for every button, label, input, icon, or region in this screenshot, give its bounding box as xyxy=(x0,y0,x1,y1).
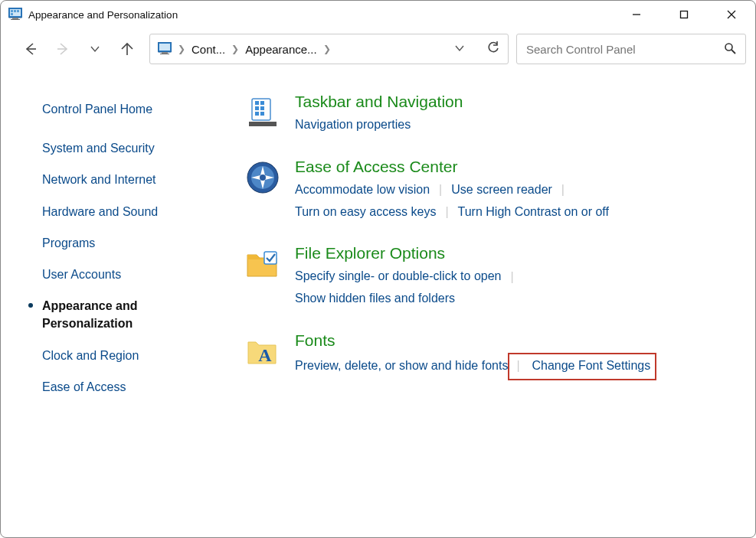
window-title: Appearance and Personalization xyxy=(28,9,613,21)
link-separator: | xyxy=(439,183,442,197)
svg-rect-6 xyxy=(17,10,19,12)
fonts-icon: A xyxy=(246,334,280,368)
link-change-font-settings[interactable]: Change Font Settings xyxy=(532,359,650,372)
sidebar-item-appearance[interactable]: Appearance and Personalization xyxy=(28,297,214,332)
recent-dropdown[interactable] xyxy=(87,41,103,57)
maximize-button[interactable] xyxy=(660,1,708,28)
sidebar-item-label: User Accounts xyxy=(42,266,121,283)
file-explorer-options-icon xyxy=(246,247,280,281)
link-high-contrast[interactable]: Turn High Contrast on or off xyxy=(458,201,609,223)
nav-buttons xyxy=(10,41,142,57)
sidebar-item-label: System and Security xyxy=(42,139,155,157)
breadcrumb-control-panel[interactable]: Cont... xyxy=(191,43,225,56)
breadcrumb-separator[interactable]: ❯ xyxy=(178,44,185,54)
link-accommodate-low-vision[interactable]: Accommodate low vision xyxy=(295,179,430,201)
breadcrumb-separator[interactable]: ❯ xyxy=(231,44,239,54)
sidebar-item-home[interactable]: Control Panel Home xyxy=(28,100,214,118)
category-file-explorer: File Explorer Options Specify single- or… xyxy=(246,244,732,310)
link-preview-fonts[interactable]: Preview, delete, or show and hide fonts xyxy=(295,355,508,377)
svg-point-19 xyxy=(725,44,732,51)
link-easy-access-keys[interactable]: Turn on easy access keys xyxy=(295,201,436,223)
sidebar-item-label: Clock and Region xyxy=(42,347,139,364)
svg-rect-5 xyxy=(14,10,16,12)
link-separator: | xyxy=(516,359,519,372)
sidebar-item-hardware[interactable]: Hardware and Sound xyxy=(28,203,214,220)
svg-rect-26 xyxy=(255,112,259,116)
link-use-screen-reader[interactable]: Use screen reader xyxy=(451,179,552,201)
svg-rect-16 xyxy=(159,44,170,51)
content-area: Control Panel Home System and Security N… xyxy=(1,70,755,537)
sidebar-item-label: Control Panel Home xyxy=(42,100,152,118)
link-separator: | xyxy=(561,183,565,197)
forward-button[interactable] xyxy=(54,41,71,57)
category-title[interactable]: File Explorer Options xyxy=(295,244,732,262)
link-click-to-open[interactable]: Specify single- or double-click to open xyxy=(295,266,501,288)
svg-rect-3 xyxy=(11,19,20,20)
link-separator: | xyxy=(445,205,448,219)
main-panel: Taskbar and Navigation Navigation proper… xyxy=(223,70,755,537)
sidebar-item-label: Programs xyxy=(42,234,95,252)
svg-text:A: A xyxy=(258,345,272,365)
category-title[interactable]: Taskbar and Navigation xyxy=(295,93,732,111)
link-separator: | xyxy=(510,270,513,284)
back-button[interactable] xyxy=(22,41,39,57)
refresh-button[interactable] xyxy=(486,41,500,57)
svg-rect-22 xyxy=(255,101,259,105)
svg-rect-7 xyxy=(11,13,13,15)
category-title[interactable]: Fonts xyxy=(295,331,732,350)
title-bar: Appearance and Personalization xyxy=(1,1,755,28)
sidebar-item-label: Ease of Access xyxy=(42,378,126,396)
svg-rect-24 xyxy=(255,106,259,110)
link-hidden-files[interactable]: Show hidden files and folders xyxy=(295,288,455,310)
breadcrumb-appearance[interactable]: Appearance... xyxy=(245,43,316,56)
window-controls xyxy=(613,1,755,28)
category-ease-of-access: Ease of Access Center Accommodate low vi… xyxy=(246,158,732,223)
address-bar[interactable]: ❯ Cont... ❯ Appearance... ❯ xyxy=(149,34,509,64)
close-button[interactable] xyxy=(708,1,755,28)
sidebar-item-system[interactable]: System and Security xyxy=(28,139,214,157)
sidebar-item-users[interactable]: User Accounts xyxy=(28,266,214,283)
category-fonts: A Fonts Preview, delete, or show and hid… xyxy=(246,331,732,380)
svg-point-31 xyxy=(260,174,266,181)
highlighted-link-box: | Change Font Settings xyxy=(508,353,656,380)
navigation-toolbar: ❯ Cont... ❯ Appearance... ❯ xyxy=(1,28,755,70)
svg-rect-28 xyxy=(249,122,277,126)
svg-rect-17 xyxy=(162,52,168,54)
control-panel-icon xyxy=(158,42,172,57)
app-icon xyxy=(8,8,22,22)
svg-rect-18 xyxy=(160,54,169,54)
search-box[interactable] xyxy=(516,34,746,64)
sidebar-item-network[interactable]: Network and Internet xyxy=(28,171,214,188)
up-button[interactable] xyxy=(119,41,136,57)
svg-rect-27 xyxy=(260,112,264,116)
sidebar-item-programs[interactable]: Programs xyxy=(28,234,214,252)
sidebar-item-label: Hardware and Sound xyxy=(42,203,158,220)
svg-rect-9 xyxy=(681,11,688,18)
breadcrumb-separator[interactable]: ❯ xyxy=(323,44,331,54)
search-input[interactable] xyxy=(526,43,724,56)
svg-line-20 xyxy=(731,50,735,54)
ease-of-access-icon xyxy=(246,161,280,194)
window-frame: Appearance and Personalization xyxy=(0,0,756,538)
sidebar-item-label: Network and Internet xyxy=(42,171,156,188)
category-title[interactable]: Ease of Access Center xyxy=(295,158,732,176)
address-dropdown[interactable] xyxy=(454,43,465,56)
search-icon[interactable] xyxy=(724,42,736,57)
svg-rect-4 xyxy=(11,10,13,12)
sidebar-item-label: Appearance and Personalization xyxy=(42,297,214,332)
taskbar-icon xyxy=(246,96,280,129)
svg-rect-25 xyxy=(260,106,264,110)
minimize-button[interactable] xyxy=(613,1,660,28)
sidebar-item-clock[interactable]: Clock and Region xyxy=(28,347,214,364)
link-navigation-properties[interactable]: Navigation properties xyxy=(295,114,411,136)
svg-rect-2 xyxy=(12,18,18,19)
sidebar: Control Panel Home System and Security N… xyxy=(1,70,223,537)
sidebar-item-ease[interactable]: Ease of Access xyxy=(28,378,214,396)
svg-rect-32 xyxy=(264,252,277,264)
category-taskbar: Taskbar and Navigation Navigation proper… xyxy=(246,93,732,136)
svg-rect-23 xyxy=(260,101,264,105)
